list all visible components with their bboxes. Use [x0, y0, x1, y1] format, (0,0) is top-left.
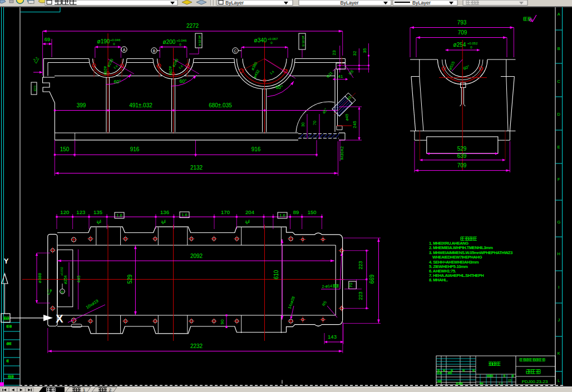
svg-text:916: 916	[252, 146, 261, 152]
svg-text:70: 70	[313, 121, 317, 125]
svg-text:J: J	[558, 317, 560, 322]
svg-text:223: 223	[358, 261, 363, 269]
svg-text:ø49: ø49	[345, 114, 349, 121]
svg-text:70: 70	[348, 282, 353, 287]
svg-text:D: D	[558, 112, 561, 117]
svg-text:ByLayer: ByLayer	[412, 0, 431, 6]
svg-text:150: 150	[308, 209, 317, 215]
svg-text:135: 135	[93, 209, 102, 215]
svg-text:1.6: 1.6	[279, 213, 285, 218]
svg-text:1.6: 1.6	[181, 212, 187, 217]
svg-text:B: B	[558, 46, 560, 51]
svg-text:WHEAIEDHEW7IHEPHAHG: WHEAIEDHEW7IHEPHAHG	[432, 255, 482, 260]
svg-text:A: A	[123, 48, 126, 52]
svg-text:69: 69	[45, 36, 51, 42]
svg-text:610: 610	[273, 270, 279, 279]
svg-text:30: 30	[301, 122, 305, 127]
svg-text:2. MHEMIEIA.WHPIH.TMENHIL3mm: 2. MHEMIEIA.WHPIH.TMENHIL3mm	[429, 245, 493, 250]
svg-text:2272: 2272	[186, 23, 199, 29]
svg-text:680±.035: 680±.035	[209, 102, 232, 108]
svg-text:ø340: ø340	[254, 37, 267, 43]
svg-text:I: I	[558, 285, 559, 290]
svg-text:170: 170	[221, 209, 230, 215]
svg-text:ø190: ø190	[97, 38, 110, 44]
svg-text:639: 639	[457, 153, 467, 159]
svg-text:+0.067: +0.067	[268, 37, 278, 41]
svg-text:445: 445	[76, 275, 81, 283]
svg-text:0.03: 0.03	[33, 86, 37, 91]
svg-text:60°: 60°	[180, 78, 187, 84]
svg-text:ø388: ø388	[37, 272, 42, 283]
svg-text:669: 669	[369, 274, 375, 284]
svg-text:Y: Y	[4, 257, 9, 265]
svg-text:ø200: ø200	[163, 39, 176, 45]
svg-text:1.6: 1.6	[47, 289, 52, 292]
svg-text:PDJ00.23-23: PDJ00.23-23	[522, 379, 548, 384]
svg-text:ø0.05 A: ø0.05 A	[198, 36, 201, 46]
svg-text:89: 89	[293, 209, 299, 215]
svg-text:123: 123	[76, 209, 85, 215]
svg-text:60°: 60°	[114, 79, 121, 85]
svg-text:793: 793	[457, 19, 467, 26]
svg-text:916: 916	[130, 146, 140, 152]
svg-text:+0.046: +0.046	[110, 38, 121, 42]
svg-text:+0.052: +0.052	[467, 42, 478, 45]
svg-text:ø254: ø254	[63, 275, 67, 284]
svg-text:1.6: 1.6	[116, 213, 122, 218]
svg-text:60°: 60°	[276, 85, 283, 90]
svg-text:143: 143	[328, 334, 337, 340]
svg-text:120: 120	[60, 209, 69, 215]
svg-text:G: G	[557, 220, 560, 225]
svg-text:2: 2	[109, 388, 112, 392]
svg-text:D: D	[61, 290, 64, 294]
svg-text:35: 35	[362, 48, 367, 53]
svg-text:B: B	[153, 49, 156, 53]
svg-text:709: 709	[458, 29, 467, 36]
svg-text:1: 1	[83, 388, 86, 392]
svg-text:ø290: ø290	[169, 66, 172, 75]
svg-text:ø280: ø280	[103, 66, 107, 75]
svg-text:2-ø14: 2-ø14	[322, 284, 332, 288]
svg-text:ø254: ø254	[453, 42, 466, 48]
svg-text:245: 245	[352, 121, 357, 128]
svg-text:ø0.05 B: ø0.05 B	[302, 36, 305, 47]
svg-text:399: 399	[77, 102, 86, 108]
svg-text:E: E	[558, 145, 560, 150]
svg-text:8. MHAHL.: 8. MHAHL.	[429, 277, 448, 282]
svg-text:K: K	[558, 351, 560, 356]
svg-text:+0.052: +0.052	[60, 267, 63, 276]
svg-text:709: 709	[457, 162, 467, 168]
svg-text:A: A	[558, 12, 560, 17]
svg-text:529: 529	[457, 146, 467, 152]
svg-text:136: 136	[160, 209, 169, 215]
svg-text:1:7: 1:7	[499, 382, 503, 385]
svg-text:15: 15	[508, 379, 511, 382]
svg-text:+0.046: +0.046	[176, 39, 187, 42]
svg-text:C: C	[234, 49, 236, 53]
svg-text:2232: 2232	[190, 343, 203, 349]
svg-text:223: 223	[358, 291, 363, 300]
svg-text:90: 90	[220, 319, 225, 324]
svg-text:491±.032: 491±.032	[129, 102, 152, 108]
svg-text:ByLayer: ByLayer	[340, 0, 358, 6]
svg-text:32: 32	[352, 51, 357, 56]
svg-text:529: 529	[127, 274, 133, 284]
svg-text:2092: 2092	[190, 253, 203, 259]
svg-text:23: 23	[332, 50, 337, 55]
svg-text:41: 41	[338, 74, 343, 79]
svg-text:F: F	[558, 177, 560, 182]
svg-text:150: 150	[60, 146, 70, 152]
svg-text:H: H	[558, 251, 560, 256]
svg-text:2132: 2132	[190, 165, 203, 171]
svg-text:204: 204	[245, 209, 254, 215]
svg-text:L: L	[558, 378, 560, 383]
svg-text:C: C	[558, 79, 561, 84]
svg-text:ByLayer: ByLayer	[225, 0, 244, 6]
